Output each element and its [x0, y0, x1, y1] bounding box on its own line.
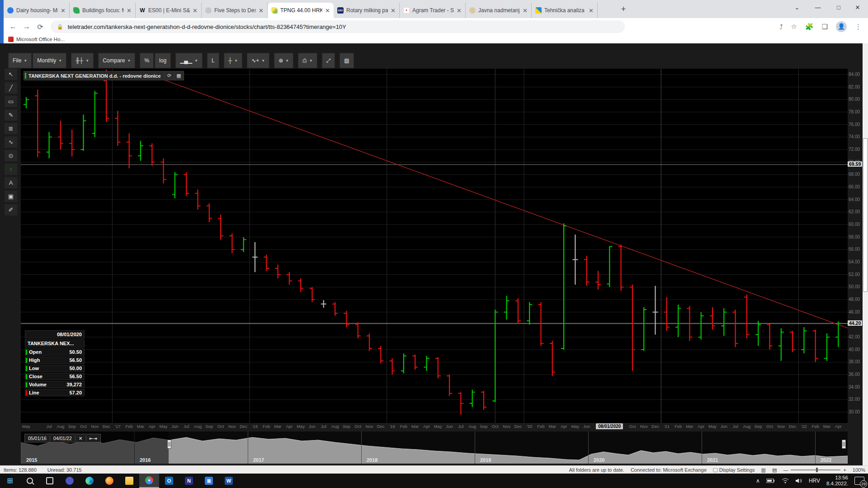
- tab-close-icon[interactable]: ✕: [127, 7, 132, 14]
- wifi-icon[interactable]: [782, 478, 789, 483]
- tab-close-icon[interactable]: ✕: [391, 7, 396, 14]
- line-tool[interactable]: ╱: [5, 82, 17, 94]
- rectangle-tool[interactable]: ▭: [5, 96, 17, 107]
- toolbar-button-l[interactable]: L: [207, 53, 219, 68]
- window-menu-button[interactable]: ⌄: [787, 0, 807, 15]
- range-span-icon[interactable]: ⇤⇥: [86, 436, 101, 441]
- arrow-up-tool[interactable]: ↑: [5, 164, 17, 175]
- browser-tab[interactable]: WES00 | E-Mini S&P 50✕: [136, 3, 202, 18]
- reading-view-icon[interactable]: ▤: [772, 467, 777, 473]
- bookmark-item[interactable]: Microsoft Office Ho...: [16, 37, 65, 42]
- battery-icon[interactable]: [766, 478, 775, 483]
- toolbar-button-x[interactable]: ▨: [340, 53, 354, 68]
- browser-tab[interactable]: GEARotary milking parlor✕: [334, 3, 400, 18]
- window-close-button[interactable]: ✕: [847, 0, 868, 15]
- start-button[interactable]: ⊞: [0, 474, 20, 488]
- browser-tab[interactable]: Javna nadmetanja | se✕: [466, 3, 532, 18]
- taskbar-clock[interactable]: 13:56 8.4.2022.: [826, 475, 848, 487]
- reload-icon[interactable]: ⟳: [33, 23, 47, 31]
- zoom-out-icon[interactable]: —: [783, 467, 788, 473]
- file-explorer-app[interactable]: [119, 474, 139, 488]
- range-from[interactable]: 05/01/16: [25, 436, 50, 441]
- zoom-in-icon[interactable]: +: [843, 467, 846, 473]
- toolbar-button-file[interactable]: File▼: [8, 53, 32, 68]
- forward-icon[interactable]: →: [20, 23, 33, 31]
- toolbar-button-x[interactable]: ⤢: [322, 53, 335, 68]
- address-bar[interactable]: 🔒 teletrader.com/tankerska-next-generats…: [51, 20, 625, 33]
- window-maximize-button[interactable]: □: [828, 0, 849, 15]
- tab-close-icon[interactable]: ✕: [457, 7, 462, 14]
- normal-view-icon[interactable]: ▥: [761, 467, 766, 473]
- cursor-tool[interactable]: ↖: [5, 69, 17, 80]
- toolbar-button-xx[interactable]: ∿+▼: [247, 53, 269, 68]
- navigator-left-handle[interactable]: [167, 440, 171, 449]
- notifications-icon[interactable]: 29: [854, 477, 864, 485]
- sidebar-icon[interactable]: ❏: [822, 23, 828, 31]
- range-to[interactable]: 04/01/22: [50, 436, 75, 441]
- url-text[interactable]: teletrader.com/tankerska-next-generatsho…: [68, 23, 346, 30]
- bookmark-star-icon[interactable]: ☆: [791, 23, 797, 31]
- parallel-lines-tool[interactable]: ≣: [5, 123, 17, 134]
- range-close-icon[interactable]: ✕: [75, 436, 86, 441]
- zoom-level[interactable]: 100%: [853, 467, 865, 473]
- navigator-date-range[interactable]: 05/01/16 04/01/22 ✕ ⇤⇥: [24, 434, 101, 442]
- tray-chevron-icon[interactable]: ∧: [756, 478, 760, 484]
- brush-tool[interactable]: ✎: [5, 109, 17, 121]
- tab-close-icon[interactable]: ✕: [61, 7, 66, 14]
- firefox-app[interactable]: [99, 474, 119, 488]
- toolbar-button-x[interactable]: ┼▼: [224, 53, 242, 68]
- browser-tab[interactable]: Tehnička analiza - ko✕: [532, 3, 598, 18]
- display-settings-button[interactable]: 🖵 Display Settings: [713, 467, 755, 473]
- toolbar-button-xx[interactable]: ╫┼▼: [71, 53, 94, 68]
- pointer-tool[interactable]: ⊙: [5, 150, 17, 161]
- candlestick-chart[interactable]: [21, 69, 848, 423]
- browser-tab[interactable]: Dairy housing- Milkin✕: [4, 3, 70, 18]
- edge-app[interactable]: [80, 474, 99, 488]
- profile-avatar[interactable]: 👤: [836, 21, 847, 32]
- tab-close-icon[interactable]: ✕: [193, 7, 198, 14]
- tab-close-icon[interactable]: ✕: [523, 7, 528, 14]
- padlock-icon[interactable]: 🔒: [57, 24, 63, 30]
- language-indicator[interactable]: HRV: [809, 478, 820, 484]
- scrollbar-thumb[interactable]: [863, 138, 868, 292]
- window-minimize-button[interactable]: —: [807, 0, 828, 15]
- share-icon[interactable]: ⤴: [779, 23, 783, 31]
- browser-menu-icon[interactable]: ⋮: [855, 23, 862, 31]
- browser-tab[interactable]: •Agram Trader - Stanje✕: [400, 3, 466, 18]
- onenote-app[interactable]: N: [179, 474, 199, 488]
- tab-close-icon[interactable]: ✕: [325, 7, 330, 14]
- toolbar-button-x[interactable]: ⊕▼: [274, 53, 293, 68]
- toolbar-button-x[interactable]: ⎙▼: [298, 53, 317, 68]
- search-button[interactable]: [20, 474, 40, 488]
- tab-close-icon[interactable]: ✕: [589, 7, 594, 14]
- trash-tool[interactable]: ▣: [5, 191, 17, 202]
- navigator-right-handle[interactable]: [842, 440, 846, 449]
- browser-tab[interactable]: Buildings focus: Milki✕: [70, 3, 136, 18]
- toolbar-button-%[interactable]: %: [140, 53, 154, 68]
- wave-tool[interactable]: ∿: [5, 136, 17, 148]
- toolbar-button-log[interactable]: log: [155, 53, 171, 68]
- browser-tab[interactable]: TPNG 44.00 HRK - Tel✕: [268, 3, 334, 18]
- extensions-icon[interactable]: 🧩: [805, 23, 814, 31]
- calendar-icon[interactable]: ▦: [174, 73, 184, 79]
- browser-tab[interactable]: Five Steps to Designi✕: [202, 3, 268, 18]
- chrome-app[interactable]: [139, 474, 159, 488]
- speaker-icon[interactable]: [795, 478, 802, 483]
- tab-close-icon[interactable]: ✕: [259, 7, 264, 14]
- blue-app[interactable]: ≣: [199, 474, 219, 488]
- teams-app[interactable]: [60, 474, 80, 488]
- new-tab-button[interactable]: +: [618, 4, 629, 15]
- toolbar-button-xxx[interactable]: ▁▄▁▼: [175, 53, 203, 68]
- outlook-app[interactable]: O: [159, 474, 179, 488]
- zoom-slider[interactable]: — +: [783, 467, 846, 473]
- text-tool[interactable]: A: [5, 177, 17, 188]
- page-scrollbar[interactable]: [863, 43, 868, 465]
- toolbar-button-monthly[interactable]: Monthly▼: [33, 53, 66, 68]
- word-app[interactable]: W: [219, 474, 239, 488]
- task-view-button[interactable]: [40, 474, 60, 488]
- measure-tool[interactable]: ✐: [5, 204, 17, 216]
- back-icon[interactable]: ←: [6, 23, 20, 31]
- refresh-icon[interactable]: ⟳: [165, 73, 174, 79]
- timeline-navigator[interactable]: 05/01/16 04/01/22 ✕ ⇤⇥ 20152016201720182…: [21, 432, 848, 464]
- zoom-knob[interactable]: [816, 468, 818, 472]
